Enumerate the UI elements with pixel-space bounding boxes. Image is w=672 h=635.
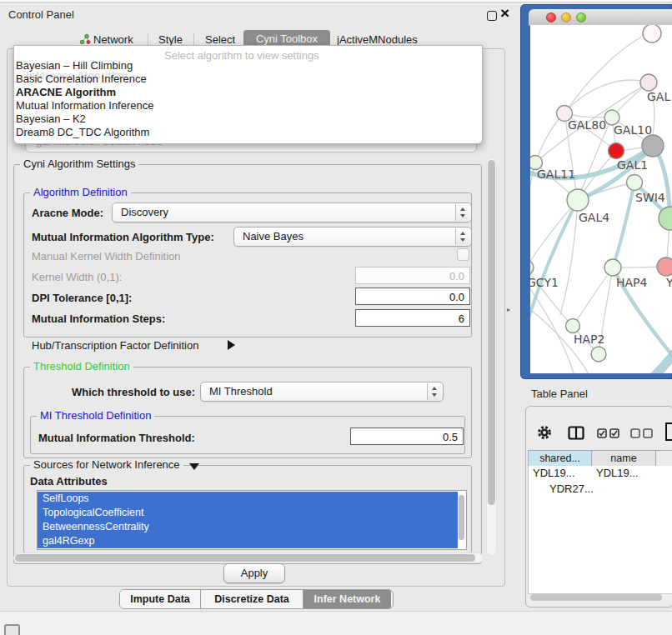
table-cell: YDR27... xyxy=(545,482,609,498)
table-row[interactable]: YDR27...YDR27...12 xyxy=(529,482,672,498)
table-row[interactable]: YLR345WYLR345W9. xyxy=(529,574,672,590)
tab-infer-network[interactable]: Infer Network xyxy=(303,590,391,608)
manual-kernel-label: Manual Kernel Width Definition xyxy=(32,250,180,262)
network-edge[interactable] xyxy=(573,268,612,326)
tab-jactivemnodules[interactable]: jActiveMNodules xyxy=(337,33,418,46)
table-panel-title: Table Panel xyxy=(531,388,588,400)
bottom-tabbar: Impute Data Discretize Data Infer Networ… xyxy=(119,589,394,609)
which-threshold-select[interactable]: MI Threshold xyxy=(200,382,444,402)
mi-threshold-input[interactable]: 0.5 xyxy=(350,428,464,445)
data-attributes-list[interactable]: SelfLoopsTopologicalCoefficientBetweenne… xyxy=(37,490,467,550)
close-icon[interactable]: × xyxy=(500,4,509,22)
tab-impute-data[interactable]: Impute Data xyxy=(120,590,201,608)
which-threshold-value: MI Threshold xyxy=(209,382,273,401)
window-top-strip xyxy=(0,0,672,2)
table-hscrollbar-thumb[interactable] xyxy=(530,594,662,601)
tab-select[interactable]: Select xyxy=(205,33,235,46)
splitter-grip-icon[interactable]: ▸ xyxy=(507,306,510,313)
algorithm-option[interactable]: Bayesian – Hill Climbing xyxy=(16,59,466,72)
gear-icon[interactable] xyxy=(537,425,552,440)
algorithm-option[interactable]: Dream8 DC_TDC Algorithm xyxy=(16,126,466,139)
mi-threshold-title: MI Threshold Definition xyxy=(37,410,154,422)
network-node[interactable] xyxy=(591,347,606,362)
dpi-tolerance-input[interactable]: 0.0 xyxy=(355,288,470,305)
network-window-titlebar[interactable] xyxy=(529,9,672,26)
new-table-icon[interactable] xyxy=(664,422,672,442)
algorithm-option[interactable]: Mutual Information Inference xyxy=(16,99,466,112)
tab-style[interactable]: Style xyxy=(158,33,183,46)
mi-type-value: Naive Bayes xyxy=(243,228,303,246)
node-label: GAL4 xyxy=(579,211,609,224)
mi-type-label: Mutual Information Algorithm Type: xyxy=(32,231,214,243)
attribute-list-item[interactable]: TopologicalCoefficient xyxy=(38,506,458,520)
network-node[interactable] xyxy=(609,143,624,159)
checked-columns-icon[interactable] xyxy=(597,428,619,438)
network-node[interactable] xyxy=(640,74,657,91)
column-header[interactable]: shared... xyxy=(529,451,592,466)
unchecked-columns-icon[interactable] xyxy=(630,428,653,438)
minimized-panel-icon[interactable] xyxy=(4,624,20,635)
mi-type-select[interactable]: Naive Bayes xyxy=(233,227,472,247)
tab-discretize-data[interactable]: Discretize Data xyxy=(201,590,303,608)
node-label: GCY1 xyxy=(530,276,559,289)
apply-button[interactable]: Apply xyxy=(223,563,285,583)
network-node[interactable] xyxy=(642,135,664,157)
list-scrollbar[interactable] xyxy=(459,495,464,540)
split-columns-icon[interactable] xyxy=(568,426,584,440)
algorithm-options-list: Bayesian – Hill ClimbingBasic Correlatio… xyxy=(16,59,466,139)
network-node[interactable] xyxy=(627,175,643,191)
stepper-icon xyxy=(455,228,470,245)
table-row[interactable]: YER054CYER054C8. xyxy=(529,528,672,543)
float-panel-icon[interactable] xyxy=(487,11,497,21)
minimize-traffic-light[interactable] xyxy=(561,12,571,22)
stepper-icon xyxy=(427,383,442,400)
aracne-mode-select[interactable]: Discovery xyxy=(112,202,472,222)
page-title: Control Panel xyxy=(8,8,74,21)
zoom-traffic-light[interactable] xyxy=(576,12,586,22)
close-traffic-light[interactable] xyxy=(546,12,556,22)
network-node[interactable] xyxy=(566,319,580,333)
algorithm-option[interactable]: ARACNE Algorithm xyxy=(16,86,466,99)
table-row[interactable]: YBR045CYBR045C9. xyxy=(529,543,672,559)
manual-kernel-checkbox[interactable] xyxy=(457,248,469,261)
network-edge[interactable] xyxy=(535,114,564,162)
node-label: SWI4 xyxy=(635,191,665,204)
network-node[interactable] xyxy=(657,258,672,276)
algorithm-option[interactable]: Bayesian – K2 xyxy=(16,112,466,126)
settings-hscrollbar-thumb[interactable] xyxy=(15,554,475,562)
table-body[interactable]: YDL19...YDL19...13YDR27...YDR27...12YBR0… xyxy=(528,466,672,593)
network-window[interactable]: GALGAL80GAL10GAL1GAL11SWI4GAL4GCY1HAP4YH… xyxy=(520,4,672,379)
attribute-list-item[interactable]: SelfLoops xyxy=(38,492,458,506)
node-label: HAP2 xyxy=(574,332,604,346)
kernel-width-input[interactable]: 0.0 xyxy=(355,267,470,284)
network-edge[interactable] xyxy=(530,200,578,267)
table-row[interactable]: YBL079WYBL079W xyxy=(529,558,672,574)
node-label: GAL10 xyxy=(614,123,652,137)
tab-network[interactable]: Network xyxy=(93,33,133,46)
table-row[interactable]: YPR145WYPR145W9. xyxy=(529,512,672,528)
which-threshold-label: Which threshold to use: xyxy=(72,386,195,398)
node-label: Y xyxy=(665,276,672,289)
attribute-list-item[interactable]: BetweennessCentrality xyxy=(38,520,458,534)
node-label: GAL80 xyxy=(568,118,606,132)
expand-arrow-icon[interactable] xyxy=(228,340,235,350)
settings-vscrollbar-thumb[interactable] xyxy=(488,160,495,505)
collapse-arrow-icon[interactable] xyxy=(189,463,199,470)
algorithm-option[interactable]: Basic Correlation Inference xyxy=(16,72,466,86)
network-node[interactable] xyxy=(604,259,621,276)
network-node[interactable] xyxy=(643,25,661,42)
network-canvas[interactable]: GALGAL80GAL10GAL1GAL11SWI4GAL4GCY1HAP4YH… xyxy=(530,25,672,373)
network-edge[interactable] xyxy=(613,182,634,268)
hub-definition-label[interactable]: Hub/Transcription Factor Definition xyxy=(32,339,198,352)
table-row[interactable]: YDL19...YDL19...13 xyxy=(529,466,672,482)
network-node[interactable] xyxy=(567,189,589,211)
table-cell: YDL19... xyxy=(529,466,592,482)
mi-steps-input[interactable]: 6 xyxy=(355,309,470,327)
network-tab-icon xyxy=(79,33,91,45)
network-node[interactable] xyxy=(530,260,534,275)
network-edge[interactable] xyxy=(654,343,672,373)
dpi-tolerance-label: DPI Tolerance [0,1]: xyxy=(32,292,132,304)
table-row[interactable]: YBR043CYBR043C xyxy=(529,497,672,512)
column-header[interactable]: name xyxy=(592,451,656,466)
attribute-list-item[interactable]: gal4RGexp xyxy=(38,534,458,548)
